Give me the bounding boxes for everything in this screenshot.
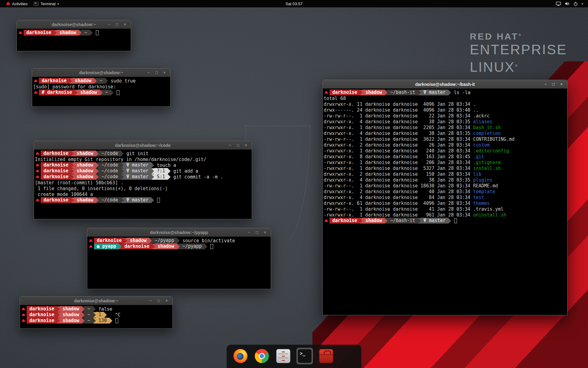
terminal-line: darknoiseshadow~ <box>18 30 130 36</box>
toolbox-icon <box>319 349 333 363</box>
powerline-arrow-icon <box>93 312 96 318</box>
fedora-icon <box>36 169 40 173</box>
output-text: drwxrwxr-x. 4 darknoise darknoise 38 Jan… <box>324 119 473 125</box>
powerline-arrow-icon <box>121 151 124 156</box>
minimize-button[interactable]: − <box>147 298 154 304</box>
fedora-icon <box>36 152 40 155</box>
terminal-line: drwxrwxr-x. 2 darknoise darknoise 150 Ja… <box>324 171 566 177</box>
window-title: darknoise@shadow:~/code <box>34 143 252 148</box>
command-text: false <box>96 306 112 312</box>
fedora-icon <box>89 239 93 242</box>
dock-item-app-grid[interactable] <box>339 348 356 364</box>
minimize-button[interactable]: − <box>246 229 252 236</box>
directory-name: plugins <box>473 177 492 183</box>
system-tray[interactable]: ▾ <box>554 2 585 6</box>
maximize-button[interactable]: □ <box>550 81 557 87</box>
window-title: darknoise@shadow:~/bash-it <box>323 82 567 87</box>
terminal-line: darknoiseshadow~/bash-itΨ masterls -la <box>324 90 566 95</box>
prompt-segment-path: ~/code <box>99 174 121 180</box>
powerline-arrow-icon <box>93 306 96 312</box>
powerline-arrow-icon <box>124 238 127 243</box>
output-text: drwxrwxr-x. 4 darknoise darknoise 38 Jan… <box>324 131 473 136</box>
window-titlebar[interactable]: darknoise@shadow:~/code−□× <box>34 141 252 150</box>
prompt-segment-host: shadow <box>127 238 149 243</box>
close-button[interactable]: × <box>161 70 168 76</box>
powerline-arrow-icon <box>418 90 421 95</box>
output-text: CONTRIBUTING.md <box>473 136 514 142</box>
terminal-line: [master (root-commit) 50bcb63] . <box>35 180 251 186</box>
fedora-icon <box>36 198 40 202</box>
command-text: ls -la <box>451 90 470 95</box>
powerline-arrow-icon <box>177 244 180 249</box>
terminal-line: drwxrwxr-x. 61 darknoise darknoise 4096 … <box>324 200 566 206</box>
prompt-segment-host: shadow <box>74 168 96 174</box>
fedora-icon <box>22 313 25 316</box>
minimize-button[interactable]: − <box>145 70 152 76</box>
output-text: create mode 100644 a <box>35 192 93 197</box>
dock-item-chrome[interactable] <box>254 348 270 364</box>
app-grid-icon <box>341 349 355 363</box>
maximize-button[interactable]: □ <box>153 70 160 76</box>
terminal-line: -rwxrwxr-x. 1 darknoise darknoise 2205 J… <box>324 125 566 130</box>
output-text: drwxrwxr-x. 8 darknoise darknoise 163 Ja… <box>324 154 473 159</box>
powerline-arrow-icon <box>360 218 363 224</box>
terminal-body[interactable]: darknoiseshadow~/pyappsource bin/activat… <box>87 237 271 289</box>
dock-item-terminal[interactable]: >_ <box>296 348 313 364</box>
maximize-button[interactable]: □ <box>114 21 120 28</box>
powerline-arrow-icon <box>90 30 93 36</box>
close-button[interactable]: × <box>558 81 565 87</box>
clock[interactable]: Sat 03:57 <box>285 2 303 6</box>
terminal-line: -rw-rw-r--. 1 darknoise darknoise 3622 J… <box>324 136 566 142</box>
powerline-arrow-icon <box>79 30 81 36</box>
window-titlebar[interactable]: darknoise@shadow:~−□× <box>32 68 170 77</box>
dock-item-toolbox[interactable] <box>318 348 334 364</box>
activities-button[interactable]: Activities <box>3 0 31 7</box>
dock-item-firefox[interactable] <box>232 348 249 364</box>
fedora-icon <box>19 31 22 34</box>
maximize-button[interactable]: □ <box>155 298 162 304</box>
dock-item-files[interactable] <box>275 348 292 364</box>
close-button[interactable]: × <box>163 298 170 304</box>
window-controls: −□× <box>542 81 567 87</box>
executable-name: bash_it.sh <box>473 125 501 130</box>
minimize-button[interactable]: − <box>542 81 549 87</box>
terminal-body[interactable]: darknoiseshadow~/bash-itΨ masterls -lato… <box>323 89 567 315</box>
terminal-line: -rwxrwxr-x. 1 darknoise darknoise 961 Ja… <box>324 212 566 218</box>
close-button[interactable]: × <box>243 142 249 148</box>
output-text: -rwxrwxr-x. 1 darknoise darknoise 2205 J… <box>324 125 473 130</box>
output-text: [master (root-commit) 50bcb63] . <box>35 180 123 186</box>
minimize-button[interactable]: − <box>227 142 233 148</box>
terminal-line: drwxrwxr-x. 11 darknoise darknoise 4096 … <box>324 101 566 107</box>
terminal-body[interactable]: darknoiseshadow~/codegit initInitialized… <box>34 150 252 219</box>
prompt-segment-stat: ?:1 <box>154 168 168 174</box>
output-text: -rw-rw-r--. 1 darknoise darknoise 41 Jan… <box>324 206 473 212</box>
terminal-body[interactable]: darknoiseshadow~falsedarknoiseshadow~1 ^… <box>20 305 172 328</box>
maximize-button[interactable]: □ <box>235 142 241 148</box>
powerline-arrow-icon <box>71 163 74 168</box>
minimize-button[interactable]: − <box>106 21 112 28</box>
close-button[interactable]: × <box>122 21 128 28</box>
window-titlebar[interactable]: darknoise@shadow:~−□× <box>17 20 131 29</box>
output-text: -rwxrwxr-x. 1 darknoise darknoise 5327 J… <box>324 166 473 171</box>
prompt-segment-stat: S:1 <box>154 174 168 180</box>
terminal-body[interactable]: darknoiseshadow~sudo true[sudo] password… <box>32 77 170 106</box>
prompt-segment-host: shadow <box>74 174 96 180</box>
wallpaper-arc-curve <box>278 126 310 248</box>
window-titlebar[interactable]: darknoise@shadow:~/bash-it−□× <box>323 80 567 89</box>
prompt-segment-user: darknoise <box>41 168 71 174</box>
window-titlebar[interactable]: darknoise@shadow:~/pyapp−□× <box>87 228 271 237</box>
maximize-button[interactable]: □ <box>254 229 260 236</box>
terminal-line: -rwxrwxr-x. 1 darknoise darknoise 206 Ja… <box>324 159 566 165</box>
app-menu-terminal[interactable]: Terminal ▾ <box>31 0 62 7</box>
window-controls: −□× <box>246 229 271 236</box>
powerline-arrow-icon <box>385 218 387 224</box>
powerline-arrow-icon <box>111 90 114 95</box>
terminal-body[interactable]: darknoiseshadow~ <box>17 29 131 51</box>
close-button[interactable]: × <box>262 229 268 236</box>
terminal-line: drwxrwxr-x. 2 darknoise darknoise 40 Jan… <box>324 189 566 194</box>
prompt-segment-branch: Ψ master <box>124 168 151 174</box>
fedora-icon <box>34 79 38 82</box>
window-titlebar[interactable]: darknoise@shadow:~−□× <box>20 297 172 305</box>
window-title: darknoise@shadow:~/pyapp <box>87 230 271 235</box>
directory-name: template <box>473 189 495 194</box>
